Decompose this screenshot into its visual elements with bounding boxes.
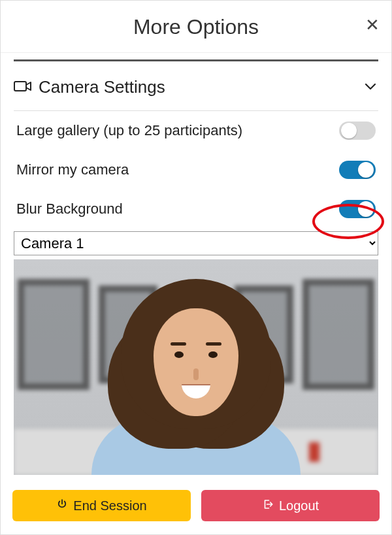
preview-person [105, 272, 287, 475]
svg-rect-0 [14, 82, 26, 91]
logout-button[interactable]: Logout [201, 490, 380, 521]
camera-settings-header[interactable]: Camera Settings [14, 77, 378, 111]
divider [14, 59, 378, 61]
modal-footer: End Session Logout [1, 479, 391, 534]
large-gallery-label: Large gallery (up to 25 participants) [16, 122, 242, 139]
mirror-camera-toggle[interactable] [339, 161, 376, 179]
large-gallery-toggle[interactable] [339, 122, 376, 140]
mirror-camera-label: Mirror my camera [16, 161, 129, 178]
logout-icon [262, 498, 274, 513]
background-frame [302, 279, 374, 390]
blur-background-label: Blur Background [16, 201, 123, 218]
modal-title: More Options [133, 15, 259, 39]
camera-icon [14, 80, 32, 95]
camera-select[interactable]: Camera 1 [14, 231, 378, 255]
blur-background-toggle[interactable] [339, 200, 376, 218]
modal-header: More Options ✕ [1, 1, 391, 53]
camera-preview [14, 259, 378, 475]
row-mirror-camera: Mirror my camera [14, 150, 378, 189]
close-icon[interactable]: ✕ [365, 16, 380, 33]
row-blur-background: Blur Background [14, 189, 378, 229]
background-frame [18, 279, 90, 390]
end-session-button[interactable]: End Session [12, 490, 191, 521]
section-title: Camera Settings [39, 77, 165, 97]
logout-label: Logout [279, 498, 319, 513]
end-session-label: End Session [73, 498, 146, 513]
modal-content[interactable]: Camera Settings Large gallery (up to 25 … [1, 53, 391, 479]
row-large-gallery: Large gallery (up to 25 participants) [14, 111, 378, 150]
more-options-modal: More Options ✕ Camera Settings Large gal… [0, 0, 392, 535]
power-icon [56, 498, 68, 513]
chevron-down-icon [363, 78, 378, 97]
